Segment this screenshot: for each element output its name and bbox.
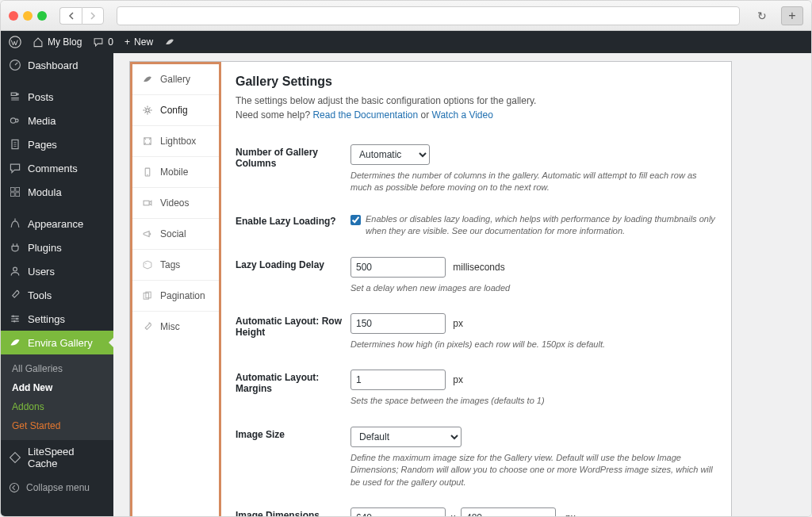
plus-icon: +	[124, 36, 130, 48]
menu-label: Users	[28, 266, 55, 278]
field-help: Set a delay when new images are loaded	[350, 282, 715, 294]
link-watch-video[interactable]: Watch a Video	[432, 109, 493, 121]
input-lazy-delay[interactable]	[350, 257, 446, 278]
menu-label: Comments	[28, 163, 78, 174]
field-label: Automatic Layout: Margins	[236, 370, 350, 394]
window-zoom-button[interactable]	[37, 11, 47, 21]
tab-mobile[interactable]: Mobile	[132, 157, 219, 188]
tab-label: Misc	[160, 321, 180, 332]
tab-misc[interactable]: Misc	[132, 312, 219, 342]
site-title: My Blog	[48, 36, 82, 48]
svg-point-3	[10, 118, 15, 123]
submenu-add-new[interactable]: Add New	[1, 378, 113, 397]
menu-posts[interactable]: Posts	[1, 85, 113, 109]
input-image-width[interactable]	[350, 507, 446, 516]
tab-pagination[interactable]: Pagination	[132, 281, 219, 312]
svg-point-12	[13, 320, 15, 322]
menu-modula[interactable]: Modula	[1, 180, 113, 204]
submenu-addons[interactable]: Addons	[1, 397, 113, 416]
nav-forward-button[interactable]	[82, 7, 104, 25]
tab-tags[interactable]: Tags	[132, 250, 219, 281]
tab-social[interactable]: Social	[132, 219, 219, 250]
checkbox-lazy-loading[interactable]	[350, 214, 361, 226]
panel-title: Gallery Settings	[236, 75, 715, 89]
field-help: Define the maximum image size for the Ga…	[350, 452, 715, 488]
site-home-link[interactable]: My Blog	[33, 36, 82, 48]
nav-back-button[interactable]	[59, 7, 82, 25]
browser-title-bar: ↻ +	[1, 1, 811, 31]
menu-label: Pages	[28, 139, 57, 151]
menu-label: Envira Gallery	[28, 337, 93, 349]
select-image-size[interactable]: Default	[350, 427, 462, 447]
tab-videos[interactable]: Videos	[132, 188, 219, 219]
svg-rect-7	[10, 193, 14, 197]
menu-label: Settings	[28, 313, 65, 325]
comments-link[interactable]: 0	[93, 36, 113, 48]
field-label: Image Dimensions	[236, 507, 350, 516]
tab-label: Social	[160, 228, 186, 239]
menu-label: Posts	[28, 91, 54, 103]
wp-admin-sidebar: Dashboard Posts Media Pages Comment	[1, 53, 113, 516]
envira-settings-box: Gallery Config Lightbox Mobile	[129, 61, 732, 516]
comments-count: 0	[108, 36, 113, 48]
input-row-height[interactable]	[350, 313, 446, 334]
field-label: Automatic Layout: Row Height	[236, 313, 350, 338]
menu-comments[interactable]: Comments	[1, 156, 113, 180]
menu-label: Modula	[28, 186, 62, 198]
tab-config[interactable]: Config	[132, 95, 219, 126]
tab-label: Tags	[160, 259, 180, 270]
svg-rect-18	[144, 201, 149, 205]
unit-label: milliseconds	[453, 262, 504, 273]
field-help: Sets the space between the images (defau…	[350, 395, 715, 407]
input-margins[interactable]	[350, 370, 446, 390]
menu-tools[interactable]: Tools	[1, 283, 113, 307]
menu-envira-gallery[interactable]: Envira Gallery	[1, 331, 113, 354]
menu-label: Plugins	[28, 242, 62, 254]
field-gallery-columns: Number of Gallery Columns Automatic Dete…	[236, 135, 715, 204]
menu-appearance[interactable]: Appearance	[1, 212, 113, 236]
menu-settings[interactable]: Settings	[1, 307, 113, 331]
menu-media[interactable]: Media	[1, 109, 113, 132]
menu-litespeed-cache[interactable]: LiteSpeed Cache	[1, 440, 113, 475]
field-lazy-delay: Lazy Loading Delay milliseconds Set a de…	[236, 247, 715, 304]
tab-gallery[interactable]: Gallery	[132, 64, 219, 95]
link-read-documentation[interactable]: Read the Documentation	[312, 109, 418, 121]
submenu-all-galleries[interactable]: All Galleries	[1, 359, 113, 378]
wp-logo-menu[interactable]	[9, 36, 21, 48]
field-help: Determines the number of columns in the …	[350, 170, 715, 194]
tab-lightbox[interactable]: Lightbox	[132, 126, 219, 157]
tab-label: Videos	[160, 197, 189, 209]
field-label: Enable Lazy Loading?	[236, 213, 350, 227]
envira-adminbar-icon[interactable]	[164, 36, 175, 48]
new-content-link[interactable]: + New	[124, 36, 153, 48]
reload-icon[interactable]: ↻	[753, 7, 772, 25]
wp-content-area: Gallery Config Lightbox Mobile	[113, 53, 811, 516]
svg-point-13	[10, 483, 18, 492]
menu-label: Appearance	[28, 218, 83, 230]
window-minimize-button[interactable]	[23, 11, 33, 21]
menu-plugins[interactable]: Plugins	[1, 236, 113, 259]
input-image-height[interactable]	[461, 507, 556, 516]
collapse-label: Collapse menu	[26, 482, 90, 493]
field-row-height: Automatic Layout: Row Height px Determin…	[236, 304, 715, 360]
collapse-menu-button[interactable]: Collapse menu	[1, 475, 113, 500]
new-tab-button[interactable]: +	[781, 6, 803, 25]
expand-icon	[142, 136, 153, 147]
panel-description: The settings below adjust the basic conf…	[236, 94, 715, 122]
field-label: Number of Gallery Columns	[236, 144, 350, 169]
field-lazy-loading: Enable Lazy Loading? Enables or disables…	[236, 204, 715, 247]
unit-label: px	[453, 318, 463, 329]
submenu-get-started[interactable]: Get Started	[1, 416, 113, 435]
window-close-button[interactable]	[9, 11, 18, 21]
video-icon	[142, 197, 153, 209]
menu-label: Media	[28, 115, 56, 127]
pages-icon	[142, 290, 153, 301]
menu-dashboard[interactable]: Dashboard	[1, 53, 113, 77]
menu-users[interactable]: Users	[1, 259, 113, 283]
wp-adminbar: My Blog 0 + New	[1, 31, 811, 53]
menu-pages[interactable]: Pages	[1, 132, 113, 156]
url-bar[interactable]	[117, 6, 740, 25]
field-label: Image Size	[236, 427, 350, 440]
select-gallery-columns[interactable]: Automatic	[350, 144, 430, 165]
mobile-icon	[142, 167, 153, 178]
